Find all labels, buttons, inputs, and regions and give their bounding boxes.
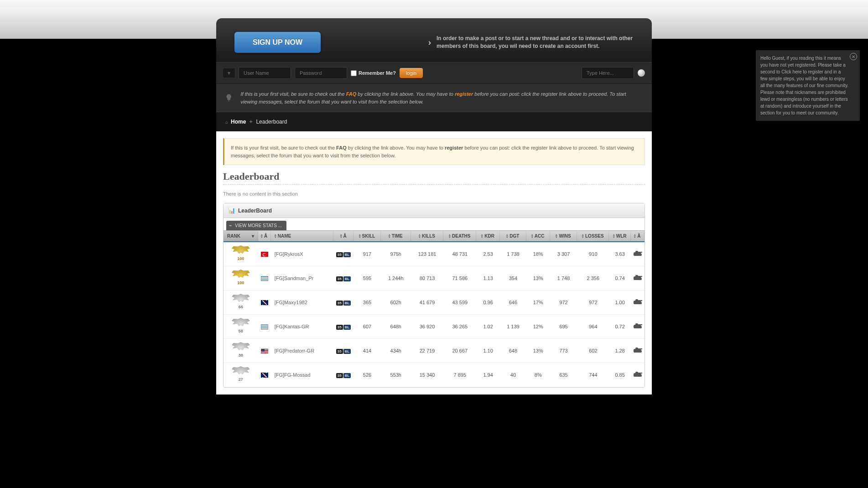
header-message: › In order to make a post or to start a … <box>428 35 634 50</box>
cell-acc: 18% <box>526 249 550 259</box>
col-wins[interactable]: ▴▾WINS <box>550 231 577 241</box>
breadcrumb: ⌂ Home ✦ Leaderboard <box>216 112 652 131</box>
cell-losses: 964 <box>577 322 609 331</box>
table-row[interactable]: 100 [FG]Sandman_Pr 35BL 595 1 244h 80 71… <box>223 266 645 291</box>
cell-acc: 17% <box>526 298 550 307</box>
cell-losses: 910 <box>577 249 609 259</box>
cell-dgt: 354 <box>500 274 526 283</box>
tank-icon <box>634 252 642 256</box>
battlelog-badge-icon[interactable]: 35BL <box>336 301 351 306</box>
table-row[interactable]: 66 [FG]Maxy1982 35BL 365 602h 41 679 43 … <box>223 291 645 315</box>
cell-kills: 22 719 <box>411 346 444 355</box>
search-input[interactable] <box>582 67 634 79</box>
flag-icon <box>261 252 268 257</box>
col-wlr[interactable]: ▴▾WLR <box>609 231 631 241</box>
search-button[interactable] <box>638 69 645 77</box>
battlelog-badge-icon[interactable]: 35BL <box>336 325 351 330</box>
login-button[interactable]: login <box>400 68 423 78</box>
guest-popup: ✕ Hello Guest, if you reading this it me… <box>756 50 860 121</box>
cell-kdr: 0.96 <box>476 298 500 307</box>
col-acc[interactable]: ▴▾ACC <box>526 231 550 241</box>
cell-wlr: 0.74 <box>609 274 631 283</box>
tank-icon <box>634 373 642 377</box>
cell-dgt: 646 <box>500 298 526 307</box>
sort-icon: ▴▾ <box>389 234 390 238</box>
col-badge[interactable]: ▴▾Â <box>333 231 353 241</box>
rank-badge-icon: 58 <box>232 318 250 335</box>
player-name[interactable]: [FG]Kantas-GR <box>271 322 334 331</box>
popup-text: Hello Guest, if you reading this it mean… <box>760 56 848 115</box>
col-rank[interactable]: RANK▾ <box>223 231 258 241</box>
cell-kdr: 2.53 <box>476 249 500 259</box>
faq-link[interactable]: FAQ <box>346 91 357 97</box>
rank-badge-icon: 66 <box>232 294 250 311</box>
player-name[interactable]: [FG]RykrosX <box>271 249 334 259</box>
stats-icon: 📊 <box>228 207 235 214</box>
cell-acc: 13% <box>526 346 550 355</box>
cell-wins: 695 <box>550 322 577 331</box>
cell-dgt: 1 738 <box>500 249 526 259</box>
col-losses[interactable]: ▴▾LOSSES <box>577 231 609 241</box>
signup-button[interactable]: SIGN UP NOW <box>234 32 321 53</box>
battlelog-badge-icon[interactable]: 35BL <box>336 276 351 281</box>
player-name[interactable]: [FG]Sandman_Pr <box>271 274 334 283</box>
faq-link-2[interactable]: FAQ <box>336 145 347 151</box>
col-dgt[interactable]: ▴▾DGT <box>500 231 526 241</box>
cell-wins: 1 748 <box>550 274 577 283</box>
tank-icon <box>634 276 642 280</box>
cell-dgt: 40 <box>500 370 526 379</box>
flag-icon <box>261 324 268 329</box>
battlelog-badge-icon[interactable]: 35BL <box>336 373 351 378</box>
sort-icon: ▴▾ <box>531 234 533 238</box>
table-row[interactable]: 58 [FG]Kantas-GR 35BL 607 648h 36 920 36… <box>223 315 645 339</box>
player-name[interactable]: [FG]Predatorr-GR <box>271 346 334 355</box>
col-class[interactable]: ▴▾Â <box>631 231 645 241</box>
register-link[interactable]: register <box>455 91 473 97</box>
cell-wlr: 1.00 <box>609 298 631 307</box>
table-row[interactable]: 100 [FG]RykrosX 35BL 917 975h 123 181 48… <box>223 242 645 266</box>
cell-deaths: 36 265 <box>443 322 476 331</box>
cell-dgt: 1 139 <box>500 322 526 331</box>
player-name[interactable]: [FG]Maxy1982 <box>271 298 334 307</box>
col-time[interactable]: ▴▾TIME <box>381 231 411 241</box>
empty-text: There is no content in this section <box>223 191 645 197</box>
col-name[interactable]: ▴▾NAME <box>271 231 334 241</box>
cell-deaths: 71 586 <box>443 274 476 283</box>
register-notice: If this is your first visit, be sure to … <box>223 138 645 165</box>
view-more-stats-tab[interactable]: ⌁ VIEW MORE STATS ... <box>226 221 286 230</box>
breadcrumb-home[interactable]: Home <box>231 119 246 125</box>
cell-wins: 3 307 <box>550 249 577 259</box>
cell-kdr: 1.02 <box>476 322 500 331</box>
cell-losses: 972 <box>577 298 609 307</box>
register-link-2[interactable]: register <box>445 145 463 151</box>
leaderboard-panel: 📊 LeaderBoard ⌁ VIEW MORE STATS ... RANK… <box>223 203 645 388</box>
pulse-icon: ⌁ <box>229 223 232 228</box>
cell-wlr: 0.72 <box>609 322 631 331</box>
player-name[interactable]: [FG]FG-Mossad <box>271 370 334 379</box>
sort-icon: ▴▾ <box>340 234 342 238</box>
username-input[interactable] <box>239 67 291 79</box>
battlelog-badge-icon[interactable]: 35BL <box>336 252 351 257</box>
cell-losses: 744 <box>577 370 609 379</box>
flag-icon <box>261 300 268 305</box>
remember-checkbox[interactable] <box>351 70 357 76</box>
table-row[interactable]: 38 [FG]Predatorr-GR 35BL 414 434h 22 719… <box>223 339 645 363</box>
close-icon[interactable]: ✕ <box>850 53 857 60</box>
battlelog-badge-icon[interactable]: 35BL <box>336 349 351 354</box>
remember-me-checkbox[interactable]: Remember Me? <box>351 70 396 76</box>
breadcrumb-sep-icon: ✦ <box>249 119 253 125</box>
col-kills[interactable]: ▴▾KILLS <box>411 231 444 241</box>
rank-badge-icon: 27 <box>232 366 250 384</box>
flag-icon <box>261 348 268 353</box>
chevron-right-icon: › <box>428 38 431 47</box>
password-input[interactable] <box>295 67 347 79</box>
table-row[interactable]: 27 [FG]FG-Mossad 35BL 526 553h 15 340 7 … <box>223 363 645 387</box>
sort-icon: ▴▾ <box>359 234 361 238</box>
col-kdr[interactable]: ▴▾KDR <box>476 231 500 241</box>
col-deaths[interactable]: ▴▾DEATHS <box>443 231 476 241</box>
tank-icon <box>634 325 642 328</box>
col-flag[interactable]: ▴▾Â <box>258 231 271 241</box>
col-skill[interactable]: ▴▾SKILL <box>353 231 381 241</box>
cell-kdr: 1.94 <box>476 370 500 379</box>
toggle-icon[interactable]: ▾ <box>223 68 235 78</box>
